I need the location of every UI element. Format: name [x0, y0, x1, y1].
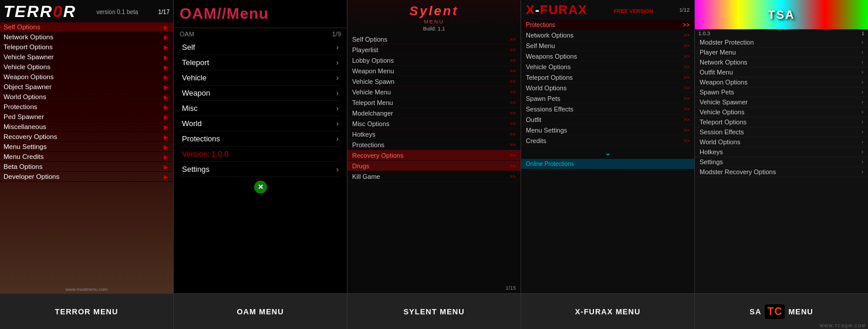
arrow-icon: ▶: [164, 154, 168, 160]
list-item[interactable]: Session Effects ›: [695, 127, 868, 137]
list-item[interactable]: Weapon Menu >>: [347, 66, 521, 76]
list-item[interactable]: Settings ›: [180, 162, 341, 177]
list-item[interactable]: Weapon ›: [180, 86, 341, 101]
labels-container: TERROR MENU OAM MENU SYLENT MENU X-FURAX…: [0, 293, 868, 329]
list-item[interactable]: Protections ▶: [0, 102, 173, 112]
list-item[interactable]: Outfit Menu ›: [695, 67, 868, 77]
list-item[interactable]: Vehicle Options >>: [521, 62, 694, 72]
list-item[interactable]: Network Options ›: [695, 57, 868, 67]
list-item[interactable]: Miscellaneous ▶: [0, 122, 173, 132]
list-item[interactable]: Teleport Options >>: [521, 72, 694, 83]
list-item[interactable]: Modster Recovery Options ›: [695, 167, 868, 177]
oam-panel: OAM//Menu OAM 1/9 Self › Teleport › Vehi…: [174, 0, 347, 293]
list-item[interactable]: Playerlist >>: [347, 45, 521, 55]
arrow-icon: >>: [509, 110, 516, 116]
arrow-icon: ›: [862, 59, 863, 65]
oam-footer: ✕: [174, 177, 347, 197]
list-item[interactable]: Player Menu ›: [695, 48, 868, 57]
arrow-icon: >>: [683, 127, 690, 133]
list-item[interactable]: Self Menu >>: [521, 40, 694, 51]
list-item[interactable]: Vehicle Options ›: [695, 107, 868, 117]
terror-page: 1/17: [158, 9, 170, 15]
arrow-icon: ▶: [164, 24, 168, 30]
list-item[interactable]: Drugs >>: [347, 161, 521, 171]
list-item[interactable]: Vehicle ›: [180, 70, 341, 86]
list-item[interactable]: Network Options >>: [521, 30, 694, 40]
arrow-icon: ▶: [164, 144, 168, 150]
xbox-icon: ✕: [254, 181, 267, 194]
list-item[interactable]: Weapon Options ›: [695, 77, 868, 87]
list-item[interactable]: Teleport Options ›: [695, 117, 868, 127]
list-item[interactable]: Outfit >>: [521, 114, 694, 125]
list-item[interactable]: Sessions Effects >>: [521, 104, 694, 114]
arrow-icon: ›: [336, 59, 339, 67]
list-item[interactable]: Version: 1.0.0: [180, 147, 341, 162]
arrow-icon: ▶: [164, 74, 168, 80]
list-item[interactable]: Recovery Options ▶: [0, 132, 173, 142]
arrow-icon: ›: [862, 69, 863, 75]
list-item[interactable]: Protections ›: [180, 131, 341, 147]
list-item[interactable]: Menu Settings >>: [521, 125, 694, 135]
xfurax-submenu-header: Protections >>: [521, 20, 694, 30]
list-item[interactable]: Network Options ▶: [0, 32, 173, 42]
list-item[interactable]: Teleport Options ▶: [0, 42, 173, 52]
list-item[interactable]: Spawn Pets ›: [695, 87, 868, 97]
list-item[interactable]: Weapon Options ▶: [0, 72, 173, 82]
arrow-icon: ›: [336, 89, 339, 97]
list-item[interactable]: Lobby Options >>: [347, 55, 521, 66]
arrow-icon: >>: [683, 138, 690, 144]
xfurax-page: 1/12: [679, 7, 690, 13]
list-item[interactable]: Vehicle Menu >>: [347, 87, 521, 97]
arrow-icon: ▶: [164, 164, 168, 170]
list-item[interactable]: Kill Game >>: [347, 171, 521, 182]
list-item[interactable]: Vehicle Spawner ▶: [0, 52, 173, 62]
list-item[interactable]: Self Options >>: [347, 34, 521, 45]
arrow-icon: ›: [862, 79, 863, 85]
sylent-logo: Sylent: [352, 4, 516, 19]
arrow-icon: ›: [862, 39, 863, 45]
sylent-header: Sylent MENU Build: 1.1: [347, 0, 521, 34]
sa-logo: TSA: [768, 8, 795, 22]
list-item[interactable]: Self Options ▶: [0, 22, 173, 32]
list-item[interactable]: Ped Spawner ▶: [0, 112, 173, 122]
list-item[interactable]: Beta Options ▶: [0, 162, 173, 172]
list-item[interactable]: Developer Options ▶: [0, 172, 173, 182]
arrow-icon: >>: [683, 64, 690, 70]
list-item[interactable]: Protections >>: [347, 140, 521, 150]
arrow-icon: >>: [509, 36, 516, 42]
terror-menu: Self Options ▶ Network Options ▶ Telepor…: [0, 22, 173, 182]
list-item[interactable]: Modster Protection ›: [695, 38, 868, 48]
arrow-icon: >>: [683, 96, 690, 101]
list-item[interactable]: Settings ›: [695, 157, 868, 167]
sa-menu-label: SA: [749, 307, 761, 316]
list-item[interactable]: Teleport Menu >>: [347, 97, 521, 108]
list-item[interactable]: Spawn Pets >>: [521, 93, 694, 104]
list-item[interactable]: Menu Settings ▶: [0, 142, 173, 152]
list-item[interactable]: Object Spawner ▶: [0, 82, 173, 92]
list-item[interactable]: Credits >>: [521, 135, 694, 146]
list-item[interactable]: Misc Options >>: [347, 118, 521, 129]
list-item[interactable]: World Options ▶: [0, 92, 173, 102]
list-item[interactable]: Teleport ›: [180, 55, 341, 70]
arrow-icon: >>: [509, 47, 516, 53]
list-item[interactable]: Modelchanger >>: [347, 108, 521, 118]
sylent-page: 1/15: [505, 285, 516, 291]
arrow-icon: >>: [509, 121, 516, 127]
xfurax-logo: X-FURAX: [526, 2, 587, 18]
list-item[interactable]: Self ›: [180, 40, 341, 55]
list-item[interactable]: Recovery Options >>: [347, 150, 521, 161]
list-item[interactable]: Hotkeys ›: [695, 147, 868, 157]
list-item[interactable]: Weapons Options >>: [521, 51, 694, 62]
list-item[interactable]: Hotkeys >>: [347, 129, 521, 140]
list-item[interactable]: World Options >>: [521, 83, 694, 93]
list-item[interactable]: World ›: [180, 116, 341, 131]
list-item[interactable]: World Options ›: [695, 137, 868, 147]
terror-version: version 0.1 beta: [96, 9, 138, 15]
list-item[interactable]: Vehicle Options ▶: [0, 62, 173, 72]
list-item[interactable]: Misc ›: [180, 101, 341, 116]
list-item[interactable]: Vehicle Spawn >>: [347, 76, 521, 87]
xfurax-free-version: FREE VERSION: [614, 5, 653, 15]
arrow-icon: ›: [862, 129, 863, 135]
list-item[interactable]: Menu Credits ▶: [0, 152, 173, 162]
list-item[interactable]: Vehicle Spawner ›: [695, 97, 868, 107]
